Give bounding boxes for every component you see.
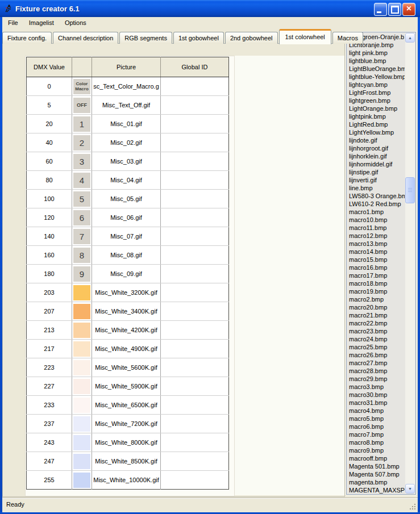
file-list-scrollbar[interactable]: ▲ ▼ [405,33,415,494]
table-row[interactable]: 243Misc_White_8000K.gif [27,433,229,452]
resize-grip[interactable] [414,508,415,509]
global-id-cell[interactable] [161,433,229,452]
dmx-value-cell[interactable]: 5 [27,96,72,115]
file-list-item[interactable]: macro21.bmp [348,311,405,319]
file-list-item[interactable]: lightpink.bmp [348,112,405,120]
swatch-cell[interactable]: OFF [72,96,92,115]
file-list-item[interactable]: macro1.bmp [348,208,405,216]
global-id-cell[interactable] [161,171,229,190]
tab-channel-description[interactable]: Channel description [53,32,118,44]
dmx-value-cell[interactable]: 140 [27,227,72,246]
file-list-item[interactable]: macrooff.bmp [348,454,405,462]
swatch-cell[interactable] [72,302,92,321]
table-row[interactable]: 213Misc_White_4200K.gif [27,321,229,340]
file-list-item[interactable]: lightblue-Yellow.bmp [348,73,405,81]
minimize-button[interactable] [374,3,387,16]
global-id-cell[interactable] [161,377,229,396]
picture-cell[interactable]: Misc_Text_Off.gif [92,96,161,115]
file-list-item[interactable]: LightOrange.bmp [348,105,405,112]
file-list-item[interactable]: macro9.bmp [348,446,405,454]
table-row[interactable]: 203Misc_White_3200K.gif [27,283,229,302]
file-list-item[interactable]: macro15.bmp [348,256,405,264]
global-id-cell[interactable] [161,471,229,490]
file-list-item[interactable]: lijnhormiddel.gif [348,160,405,168]
swatch-cell[interactable]: 4 [72,171,92,190]
file-list-item[interactable]: macro5.bmp [348,415,405,423]
swatch-cell[interactable]: 5 [72,190,92,208]
swatch-cell[interactable] [72,433,92,452]
picture-cell[interactable]: Misc_02.gif [92,133,161,152]
file-list-item[interactable]: MAGENTA_MAXSPO [348,486,405,494]
picture-cell[interactable]: Misc_06.gif [92,208,161,227]
swatch-cell[interactable]: 2 [72,133,92,152]
file-list-item[interactable]: lijnverti.gif [348,176,405,184]
dmx-value-cell[interactable]: 203 [27,283,72,302]
file-list-item[interactable]: lijnstipe.gif [348,168,405,176]
swatch-cell[interactable] [72,283,92,302]
table-row[interactable]: 201Misc_01.gif [27,115,229,133]
dmx-value-cell[interactable]: 0 [27,77,72,96]
tab-1st-colorwheel[interactable]: 1st colorwheel [279,29,331,44]
file-list-item[interactable]: macro28.bmp [348,367,405,375]
menu-options[interactable]: Options [60,17,91,28]
table-row[interactable]: 255Misc_White_10000K.gif [27,471,229,490]
header-picture[interactable]: Picture [92,57,161,77]
table-row[interactable]: 1206Misc_06.gif [27,208,229,227]
picture-cell[interactable]: Misc_04.gif [92,171,161,190]
file-list-item[interactable]: macro22.bmp [348,319,405,327]
file-list-item[interactable]: macro3.bmp [348,383,405,391]
file-list-item[interactable]: macro23.bmp [348,327,405,335]
file-list-item[interactable]: macro25.bmp [348,343,405,351]
file-list-item[interactable]: lightblue.bmp [348,57,405,65]
swatch-cell[interactable]: 3 [72,152,92,171]
file-list-item[interactable]: macro6.bmp [348,423,405,431]
global-id-cell[interactable] [161,358,229,377]
table-row[interactable]: 217Misc_White_4900K.gif [27,340,229,358]
dmx-value-cell[interactable]: 255 [27,471,72,490]
picture-cell[interactable]: Misc_White_10000K.gif [92,471,161,490]
swatch-cell[interactable] [72,321,92,340]
picture-cell[interactable]: Misc_White_4900K.gif [92,340,161,358]
file-list-item[interactable]: macro30.bmp [348,391,405,399]
tab-rgb-segments[interactable]: RGB segments [119,32,172,44]
table-row[interactable]: 223Misc_White_5600K.gif [27,358,229,377]
picture-cell[interactable]: Misc_White_5600K.gif [92,358,161,377]
dmx-value-cell[interactable]: 213 [27,321,72,340]
dmx-value-cell[interactable]: 180 [27,265,72,283]
table-row[interactable]: 1407Misc_07.gif [27,227,229,246]
tab-1st-gobowheel[interactable]: 1st gobowheel [173,32,224,44]
file-list-item[interactable]: macro7.bmp [348,431,405,438]
global-id-cell[interactable] [161,190,229,208]
global-id-cell[interactable] [161,246,229,265]
file-list-item[interactable]: Magenta 507.bmp [348,470,405,478]
global-id-cell[interactable] [161,302,229,321]
dmx-value-cell[interactable]: 120 [27,208,72,227]
file-list-item[interactable]: LightYellow.bmp [348,128,405,136]
tab-macros[interactable]: Macros [332,32,363,44]
tab-2nd-gobowheel[interactable]: 2nd gobowheel [225,32,278,44]
picture-cell[interactable]: Misc_White_7200K.gif [92,415,161,433]
file-list-item[interactable]: macro4.bmp [348,407,405,415]
picture-cell[interactable]: Misc_09.gif [92,265,161,283]
table-row[interactable]: 1005Misc_05.gif [27,190,229,208]
image-file-list[interactable]: Lichtgroen-Oranje.bLichtoranje.bmplight … [346,32,416,495]
file-list-item[interactable]: Magenta 501.bmp [348,462,405,470]
global-id-cell[interactable] [161,152,229,171]
file-list-item[interactable]: lightcyan.bmp [348,81,405,89]
dmx-value-cell[interactable]: 243 [27,433,72,452]
file-list-item[interactable]: macro27.bmp [348,359,405,367]
file-list-item[interactable]: LW610-2 Red.bmp [348,200,405,208]
table-row[interactable]: 1809Misc_09.gif [27,265,229,283]
table-row[interactable]: 603Misc_03.gif [27,152,229,171]
header-swatch[interactable] [72,57,92,77]
global-id-cell[interactable] [161,77,229,96]
picture-cell[interactable]: Misc_01.gif [92,115,161,133]
file-list-item[interactable]: macro2.bmp [348,295,405,303]
global-id-cell[interactable] [161,115,229,133]
dmx-value-cell[interactable]: 227 [27,377,72,396]
table-row[interactable]: 0ColorMacrosc_Text_Color_Macro.g [27,77,229,96]
global-id-cell[interactable] [161,96,229,115]
table-row[interactable]: 237Misc_White_7200K.gif [27,415,229,433]
file-list-item[interactable]: macro29.bmp [348,375,405,383]
picture-cell[interactable]: Misc_White_8500K.gif [92,452,161,471]
